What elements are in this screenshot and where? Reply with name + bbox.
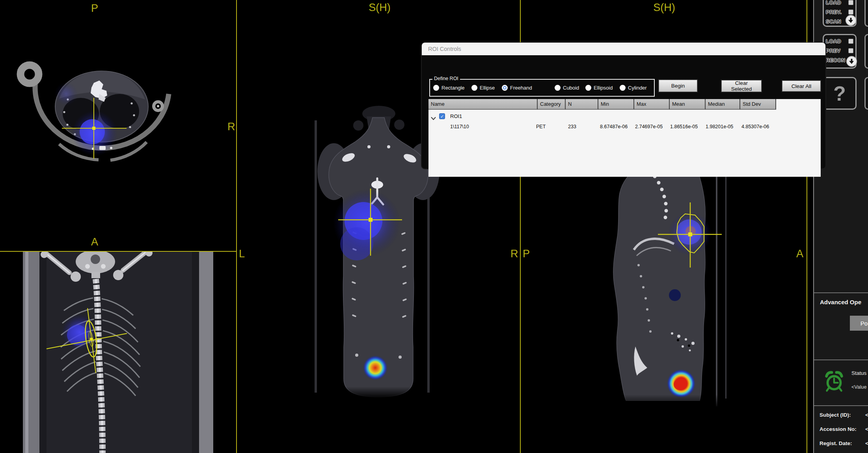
clear-all-button[interactable]: Clear All (782, 80, 821, 92)
column-header-stddev[interactable]: Std Dev (740, 99, 776, 110)
roi-row-median: 1.98201e-05 (706, 124, 733, 129)
advanced-operations-title: Advanced Ope (820, 299, 868, 305)
help-button[interactable]: ? (823, 77, 857, 110)
roi-table-header: Name Category N Min Max Mean Median Std … (428, 99, 821, 110)
radio-icon (433, 85, 439, 91)
load-prev-scan-button[interactable]: LOAD PREV. SCAN (823, 0, 857, 27)
radio-cylinder[interactable]: Cylinder (620, 85, 647, 91)
panel-divider (814, 292, 868, 293)
define-roi-groupbox: Define ROI Rectangle Ellipse Freehand Cu… (429, 79, 655, 97)
begin-button[interactable]: Begin (659, 80, 697, 92)
sagittal-label-superior: S(H) (653, 2, 675, 13)
column-header-n[interactable]: N (566, 99, 598, 110)
checkbox-load-icon[interactable] (848, 39, 853, 44)
roi-table: Name Category N Min Max Mean Median Std … (428, 99, 821, 177)
scan-down-arrow-icon[interactable] (846, 15, 856, 26)
clear-selected-button[interactable]: Clear Selected (721, 80, 762, 92)
column-header-mean[interactable]: Mean (670, 99, 706, 110)
radio-cuboid[interactable]: Cuboid (555, 85, 579, 91)
sliver-button-2[interactable] (864, 34, 868, 69)
column-header-min[interactable]: Min (598, 99, 634, 110)
status-value: <Value (851, 384, 866, 390)
roi-row-max: 2.74697e-05 (635, 124, 663, 129)
panel-divider (814, 405, 868, 406)
load-prev-recon-button[interactable]: LOAD PREV RECON (823, 34, 857, 69)
radio-ellipsoid[interactable]: Ellipsoid (585, 85, 613, 91)
axial-image (0, 0, 237, 251)
panel-divider (814, 359, 868, 360)
roi-row-mean: 1.86516e-05 (670, 124, 698, 129)
checkbox-prev-icon[interactable] (848, 9, 853, 15)
post-button[interactable]: Po (850, 316, 868, 331)
column-header-median[interactable]: Median (706, 99, 740, 110)
divider-vertical-1 (236, 0, 237, 453)
dialog-title-bar[interactable]: ROI Controls (422, 43, 825, 55)
roi-row-n: 233 (568, 124, 576, 129)
radio-ellipse[interactable]: Ellipse (471, 85, 495, 91)
application-window: P A R S(H) L R S(H) P A LOAD PREV. SCAN … (0, 0, 868, 453)
roi-row-category: PET (536, 124, 546, 129)
mip-image (0, 251, 237, 453)
roi-row-name[interactable]: 1\117\10 (450, 124, 469, 129)
radio-freehand[interactable]: Freehand (502, 85, 532, 91)
sliver-button-3[interactable] (864, 77, 868, 110)
radio-icon (471, 85, 477, 91)
column-header-max[interactable]: Max (634, 99, 670, 110)
question-mark-icon: ? (833, 82, 846, 105)
accession-no-row: Accession No:< (820, 426, 868, 432)
dialog-body: Define ROI Rectangle Ellipse Freehand Cu… (422, 55, 825, 168)
regist-date-row: Regist. Date:< (820, 440, 868, 446)
axial-view[interactable] (0, 0, 237, 251)
roi-checkbox[interactable]: ✓ (439, 113, 445, 119)
roi-row-stddev: 4.85307e-06 (741, 124, 769, 129)
coronal-label-superior: S(H) (369, 2, 391, 13)
mip-view[interactable] (0, 251, 237, 453)
axial-label-right: R (227, 122, 235, 132)
roi-controls-dialog: ROI Controls Define ROI Rectangle Ellips… (421, 42, 826, 169)
axial-label-anterior: A (91, 237, 98, 247)
radio-icon (585, 85, 591, 91)
radio-icon (502, 85, 508, 91)
checkbox-load-icon[interactable] (848, 0, 853, 5)
sagittal-label-posterior: P (523, 249, 530, 259)
roi-group-name[interactable]: ROI1 (450, 113, 462, 119)
radio-rectangle[interactable]: Rectangle (433, 85, 465, 91)
sliver-button-1[interactable] (864, 0, 868, 27)
axial-label-posterior: P (91, 3, 98, 14)
coronal-label-left: L (239, 249, 245, 259)
alarm-clock-icon (823, 370, 846, 395)
coronal-label-right: R (510, 249, 518, 259)
subject-id-row: Subject (ID):< (820, 412, 868, 418)
divider-horizontal-left (0, 251, 237, 252)
roi-row-min: 8.67487e-06 (600, 124, 628, 129)
column-header-category[interactable]: Category (538, 99, 566, 110)
radio-icon (555, 85, 561, 91)
checkbox-prev-icon[interactable] (848, 48, 853, 53)
status-label: Status (851, 370, 866, 376)
column-header-name[interactable]: Name (428, 99, 538, 110)
define-roi-label: Define ROI (432, 76, 460, 81)
recon-down-arrow-icon[interactable] (846, 56, 857, 67)
radio-icon (620, 85, 626, 91)
sagittal-label-anterior: A (796, 249, 803, 259)
expander-chevron-icon[interactable] (431, 115, 436, 122)
